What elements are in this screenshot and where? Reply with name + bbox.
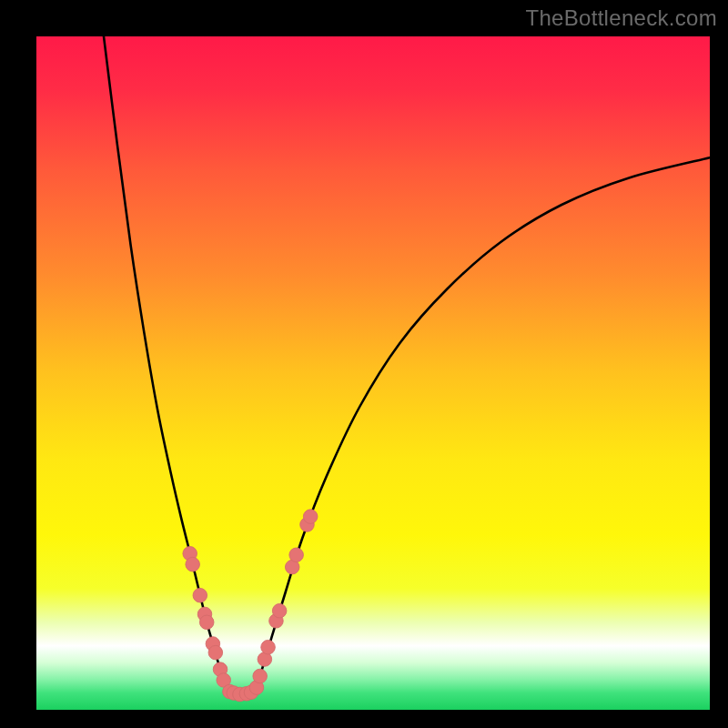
highlight-dot: [272, 603, 287, 618]
chart-frame: TheBottleneck.com: [0, 0, 728, 728]
highlight-dot: [208, 645, 223, 660]
curve-layer: [36, 36, 710, 710]
highlight-dot: [303, 510, 318, 524]
highlight-dot: [186, 557, 200, 571]
watermark-text: TheBottleneck.com: [525, 5, 717, 31]
highlight-dot: [289, 548, 304, 562]
highlight-dot: [199, 615, 214, 630]
highlight-dot: [253, 669, 268, 683]
plot-area: [36, 36, 710, 710]
highlight-dot: [193, 588, 207, 602]
highlight-dot: [261, 640, 276, 654]
